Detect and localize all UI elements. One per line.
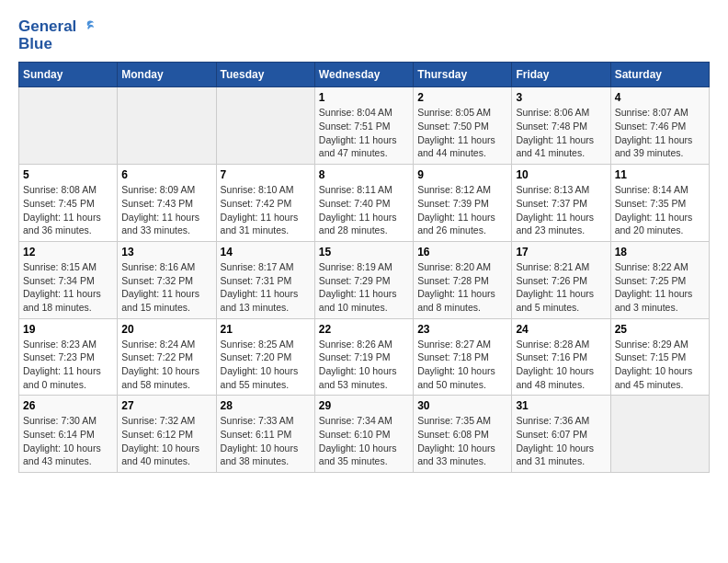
calendar-cell: 11 Sunrise: 8:14 AMSunset: 7:35 PMDaylig… xyxy=(610,165,709,242)
calendar-cell: 24 Sunrise: 8:28 AMSunset: 7:16 PMDaylig… xyxy=(512,318,610,396)
calendar-header-row: SundayMondayTuesdayWednesdayThursdayFrid… xyxy=(19,63,710,87)
day-info: Sunrise: 7:36 AMSunset: 6:07 PMDaylight:… xyxy=(516,414,606,468)
calendar-cell: 7 Sunrise: 8:10 AMSunset: 7:42 PMDayligh… xyxy=(216,165,314,242)
day-info: Sunrise: 8:19 AMSunset: 7:29 PMDaylight:… xyxy=(319,260,409,315)
day-info: Sunrise: 8:17 AMSunset: 7:31 PMDaylight:… xyxy=(221,260,311,315)
calendar-cell: 23 Sunrise: 8:27 AMSunset: 7:18 PMDaylig… xyxy=(414,318,512,396)
week-row-4: 26 Sunrise: 7:30 AMSunset: 6:14 PMDaylig… xyxy=(19,396,710,473)
day-info: Sunrise: 7:32 AMSunset: 6:12 PMDaylight:… xyxy=(121,414,211,468)
calendar-cell: 31 Sunrise: 7:36 AMSunset: 6:07 PMDaylig… xyxy=(512,396,610,473)
logo-blue: Blue xyxy=(18,36,52,53)
day-number: 1 xyxy=(319,91,409,104)
day-number: 19 xyxy=(23,323,113,336)
calendar-cell: 6 Sunrise: 8:09 AMSunset: 7:43 PMDayligh… xyxy=(118,165,216,242)
day-info: Sunrise: 7:33 AMSunset: 6:11 PMDaylight:… xyxy=(221,414,311,468)
week-row-1: 5 Sunrise: 8:08 AMSunset: 7:45 PMDayligh… xyxy=(19,165,710,242)
day-number: 8 xyxy=(319,168,409,181)
day-info: Sunrise: 8:25 AMSunset: 7:20 PMDaylight:… xyxy=(221,338,311,392)
day-number: 22 xyxy=(319,323,409,336)
calendar-cell xyxy=(216,87,314,165)
day-number: 25 xyxy=(615,323,705,336)
calendar-cell: 10 Sunrise: 8:13 AMSunset: 7:37 PMDaylig… xyxy=(512,165,610,242)
calendar-cell: 25 Sunrise: 8:29 AMSunset: 7:15 PMDaylig… xyxy=(610,318,709,396)
calendar-cell: 12 Sunrise: 8:15 AMSunset: 7:34 PMDaylig… xyxy=(19,241,118,318)
day-number: 15 xyxy=(319,246,409,259)
calendar-cell: 1 Sunrise: 8:04 AMSunset: 7:51 PMDayligh… xyxy=(314,87,413,165)
header-friday: Friday xyxy=(512,63,610,87)
day-info: Sunrise: 7:30 AMSunset: 6:14 PMDaylight:… xyxy=(23,414,113,468)
day-info: Sunrise: 8:15 AMSunset: 7:34 PMDaylight:… xyxy=(23,260,113,315)
day-number: 30 xyxy=(417,399,507,412)
calendar-cell xyxy=(118,87,216,165)
calendar-cell: 29 Sunrise: 7:34 AMSunset: 6:10 PMDaylig… xyxy=(314,396,413,473)
calendar-cell: 22 Sunrise: 8:26 AMSunset: 7:19 PMDaylig… xyxy=(314,318,413,396)
calendar-cell xyxy=(610,396,709,473)
calendar-cell: 21 Sunrise: 8:25 AMSunset: 7:20 PMDaylig… xyxy=(216,318,314,396)
day-number: 21 xyxy=(221,323,311,336)
calendar-cell: 18 Sunrise: 8:22 AMSunset: 7:25 PMDaylig… xyxy=(610,241,709,318)
day-number: 28 xyxy=(221,399,311,412)
day-number: 3 xyxy=(516,91,606,104)
day-info: Sunrise: 8:09 AMSunset: 7:43 PMDaylight:… xyxy=(121,183,211,237)
calendar-cell: 9 Sunrise: 8:12 AMSunset: 7:39 PMDayligh… xyxy=(414,165,512,242)
header-thursday: Thursday xyxy=(414,63,512,87)
day-number: 20 xyxy=(121,323,211,336)
day-info: Sunrise: 8:14 AMSunset: 7:35 PMDaylight:… xyxy=(615,183,705,237)
logo-bird-icon xyxy=(78,18,95,35)
day-number: 16 xyxy=(417,246,507,259)
calendar-cell: 17 Sunrise: 8:21 AMSunset: 7:26 PMDaylig… xyxy=(512,241,610,318)
header-monday: Monday xyxy=(118,63,216,87)
header-sunday: Sunday xyxy=(19,63,118,87)
day-info: Sunrise: 8:08 AMSunset: 7:45 PMDaylight:… xyxy=(23,183,113,237)
day-info: Sunrise: 8:10 AMSunset: 7:42 PMDaylight:… xyxy=(221,183,311,237)
page-header: General Blue xyxy=(18,18,710,52)
header-wednesday: Wednesday xyxy=(314,63,413,87)
day-info: Sunrise: 8:22 AMSunset: 7:25 PMDaylight:… xyxy=(615,260,705,315)
day-info: Sunrise: 8:23 AMSunset: 7:23 PMDaylight:… xyxy=(23,338,113,392)
day-info: Sunrise: 8:21 AMSunset: 7:26 PMDaylight:… xyxy=(516,260,606,315)
header-saturday: Saturday xyxy=(610,63,709,87)
day-number: 9 xyxy=(417,168,507,181)
day-number: 26 xyxy=(23,399,113,412)
day-info: Sunrise: 8:05 AMSunset: 7:50 PMDaylight:… xyxy=(417,106,507,160)
week-row-0: 1 Sunrise: 8:04 AMSunset: 7:51 PMDayligh… xyxy=(19,87,710,165)
logo: General Blue xyxy=(18,18,95,52)
day-number: 4 xyxy=(615,91,705,104)
day-info: Sunrise: 8:12 AMSunset: 7:39 PMDaylight:… xyxy=(417,183,507,237)
day-number: 23 xyxy=(417,323,507,336)
day-number: 13 xyxy=(121,246,211,259)
day-number: 14 xyxy=(221,246,311,259)
calendar-cell: 20 Sunrise: 8:24 AMSunset: 7:22 PMDaylig… xyxy=(118,318,216,396)
day-number: 11 xyxy=(615,168,705,181)
day-number: 5 xyxy=(23,168,113,181)
day-info: Sunrise: 8:13 AMSunset: 7:37 PMDaylight:… xyxy=(516,183,606,237)
day-number: 2 xyxy=(417,91,507,104)
calendar-cell: 26 Sunrise: 7:30 AMSunset: 6:14 PMDaylig… xyxy=(19,396,118,473)
day-number: 31 xyxy=(516,399,606,412)
day-info: Sunrise: 8:29 AMSunset: 7:15 PMDaylight:… xyxy=(615,338,705,392)
week-row-3: 19 Sunrise: 8:23 AMSunset: 7:23 PMDaylig… xyxy=(19,318,710,396)
calendar-cell: 13 Sunrise: 8:16 AMSunset: 7:32 PMDaylig… xyxy=(118,241,216,318)
day-info: Sunrise: 7:34 AMSunset: 6:10 PMDaylight:… xyxy=(319,414,409,468)
day-number: 27 xyxy=(121,399,211,412)
day-info: Sunrise: 8:11 AMSunset: 7:40 PMDaylight:… xyxy=(319,183,409,237)
day-number: 24 xyxy=(516,323,606,336)
day-info: Sunrise: 8:16 AMSunset: 7:32 PMDaylight:… xyxy=(121,260,211,315)
day-info: Sunrise: 8:24 AMSunset: 7:22 PMDaylight:… xyxy=(121,338,211,392)
header-tuesday: Tuesday xyxy=(216,63,314,87)
day-number: 6 xyxy=(121,168,211,181)
day-number: 12 xyxy=(23,246,113,259)
day-info: Sunrise: 8:28 AMSunset: 7:16 PMDaylight:… xyxy=(516,338,606,392)
calendar-cell: 16 Sunrise: 8:20 AMSunset: 7:28 PMDaylig… xyxy=(414,241,512,318)
day-info: Sunrise: 7:35 AMSunset: 6:08 PMDaylight:… xyxy=(417,414,507,468)
calendar-cell: 4 Sunrise: 8:07 AMSunset: 7:46 PMDayligh… xyxy=(610,87,709,165)
day-info: Sunrise: 8:06 AMSunset: 7:48 PMDaylight:… xyxy=(516,106,606,160)
day-number: 17 xyxy=(516,246,606,259)
day-info: Sunrise: 8:04 AMSunset: 7:51 PMDaylight:… xyxy=(319,106,409,160)
calendar-cell: 14 Sunrise: 8:17 AMSunset: 7:31 PMDaylig… xyxy=(216,241,314,318)
week-row-2: 12 Sunrise: 8:15 AMSunset: 7:34 PMDaylig… xyxy=(19,241,710,318)
calendar-cell xyxy=(19,87,118,165)
day-info: Sunrise: 8:07 AMSunset: 7:46 PMDaylight:… xyxy=(615,106,705,160)
logo-general: General xyxy=(18,18,76,36)
calendar-cell: 15 Sunrise: 8:19 AMSunset: 7:29 PMDaylig… xyxy=(314,241,413,318)
